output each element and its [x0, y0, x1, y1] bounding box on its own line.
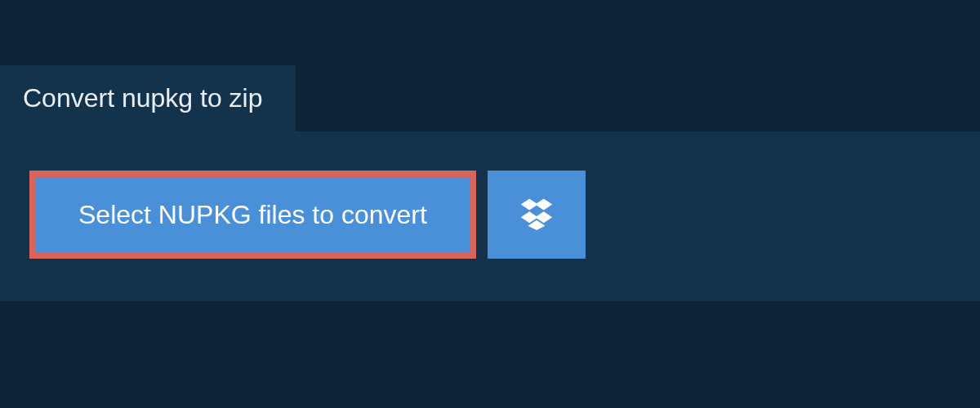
- select-files-button[interactable]: Select NUPKG files to convert: [29, 171, 476, 259]
- select-files-label: Select NUPKG files to convert: [78, 202, 427, 228]
- dropbox-button[interactable]: [488, 171, 586, 259]
- button-row: Select NUPKG files to convert: [29, 171, 951, 259]
- dropbox-icon: [519, 196, 554, 233]
- tab-label: Convert nupkg to zip: [23, 83, 263, 113]
- content-panel: Select NUPKG files to convert: [0, 131, 980, 301]
- tab-convert[interactable]: Convert nupkg to zip: [0, 65, 296, 131]
